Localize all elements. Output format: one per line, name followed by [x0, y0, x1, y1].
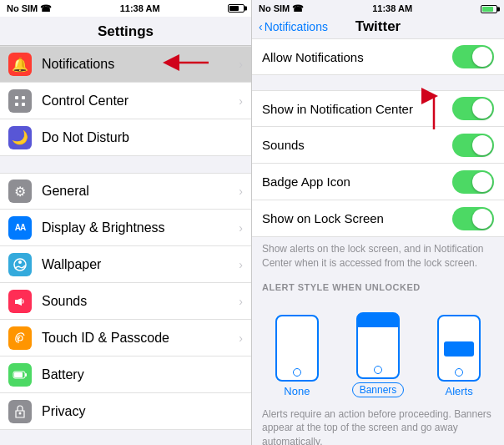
show-notification-center-row[interactable]: Show in Notification Center	[252, 90, 504, 127]
sounds-label: Sounds	[262, 138, 452, 152]
badge-app-icon-row[interactable]: Badge App Icon	[252, 164, 504, 200]
chevron-icon: ›	[239, 258, 243, 271]
banners-label: Banners	[352, 382, 405, 397]
settings-list: 🔔 Notifications › Control Center	[0, 46, 251, 445]
settings-title: Settings	[0, 17, 251, 46]
settings-item-privacy[interactable]: Privacy	[0, 393, 251, 430]
chevron-icon: ›	[239, 221, 243, 235]
back-chevron-icon: ‹	[259, 20, 263, 33]
settings-item-control-center[interactable]: Control Center ›	[0, 83, 251, 119]
touch-id-icon	[8, 326, 32, 350]
alert-style-banners[interactable]: Banners	[352, 312, 405, 397]
settings-item-sounds[interactable]: Sounds ›	[0, 283, 251, 320]
lock-screen-info: Show alerts on the lock screen, and in N…	[252, 237, 504, 276]
chevron-icon: ›	[239, 295, 243, 308]
chevron-icon: ›	[239, 94, 243, 108]
display-icon: AA	[8, 216, 32, 240]
svg-rect-6	[15, 300, 18, 304]
control-center-label: Control Center	[42, 94, 239, 109]
left-carrier: No SIM ☎	[7, 3, 52, 14]
chevron-icon: ›	[239, 331, 243, 345]
battery-label: Battery	[42, 367, 243, 382]
alerts-phone-mockup	[437, 315, 481, 382]
sounds-row[interactable]: Sounds	[252, 127, 504, 164]
sounds-icon	[8, 290, 32, 313]
right-carrier: No SIM ☎	[259, 3, 304, 14]
banners-phone-mockup	[356, 312, 400, 379]
svg-point-5	[18, 260, 22, 264]
wallpaper-label: Wallpaper	[42, 257, 239, 272]
battery-icon-settings	[8, 363, 32, 387]
badge-app-icon-label: Badge App Icon	[262, 174, 452, 189]
svg-point-12	[19, 412, 22, 414]
left-time: 11:38 AM	[120, 3, 160, 13]
none-label: None	[284, 385, 310, 397]
svg-rect-3	[22, 103, 25, 106]
settings-item-wallpaper[interactable]: Wallpaper ›	[0, 246, 251, 283]
svg-rect-0	[15, 96, 18, 99]
svg-rect-11	[25, 373, 27, 377]
show-lock-screen-label: Show on Lock Screen	[262, 211, 452, 225]
general-label: General	[42, 184, 239, 199]
alert-style-row: None Banners	[252, 304, 504, 402]
privacy-icon	[8, 400, 32, 423]
svg-rect-1	[22, 96, 25, 99]
settings-item-do-not-disturb[interactable]: 🌙 Do Not Disturb	[0, 119, 251, 156]
show-lock-screen-toggle[interactable]	[452, 207, 494, 230]
show-notification-center-label: Show in Notification Center	[262, 102, 452, 116]
svg-marker-7	[18, 298, 22, 306]
back-button[interactable]: ‹ Notifications	[259, 20, 328, 33]
svg-rect-10	[14, 372, 23, 377]
alert-style-header: ALERT STYLE WHEN UNLOCKED	[252, 276, 504, 296]
settings-group-2: ⚙ General › AA Display & Brightness ›	[0, 173, 251, 430]
alert-style-none[interactable]: None	[275, 315, 319, 397]
wallpaper-icon	[8, 253, 32, 276]
do-not-disturb-label: Do Not Disturb	[42, 130, 243, 145]
section-divider-1	[0, 156, 251, 173]
right-nav: ‹ Notifications Twitter	[252, 17, 504, 38]
twitter-notifications-panel: No SIM ☎ 11:38 AM ‹ Notifications Twitte…	[252, 0, 504, 445]
settings-item-notifications[interactable]: 🔔 Notifications ›	[0, 46, 251, 83]
notifications-icon: 🔔	[8, 53, 32, 76]
alerts-label: Alerts	[445, 385, 472, 397]
right-status-bar: No SIM ☎ 11:38 AM	[252, 0, 504, 17]
settings-item-display[interactable]: AA Display & Brightness ›	[0, 210, 251, 246]
badge-app-icon-toggle[interactable]	[452, 170, 494, 194]
show-notification-center-toggle[interactable]	[452, 97, 494, 120]
display-label: Display & Brightness	[42, 220, 239, 235]
allow-notifications-label: Allow Notifications	[262, 50, 452, 64]
notifications-label: Notifications	[42, 57, 239, 72]
alert-info-text: Alerts require an action before proceedi…	[252, 402, 504, 445]
none-phone-mockup	[275, 315, 319, 382]
privacy-label: Privacy	[42, 404, 243, 419]
left-battery-icon	[228, 4, 244, 13]
right-content: Allow Notifications Show in Notification…	[252, 38, 504, 445]
show-lock-screen-row[interactable]: Show on Lock Screen	[252, 200, 504, 237]
general-icon: ⚙	[8, 180, 32, 203]
alert-style-section: None Banners	[252, 296, 504, 402]
svg-rect-2	[15, 103, 18, 106]
sounds-toggle[interactable]	[452, 134, 494, 157]
chevron-icon: ›	[239, 58, 243, 71]
allow-notifications-toggle[interactable]	[452, 45, 494, 68]
control-center-icon	[8, 89, 32, 113]
left-status-bar: No SIM ☎ 11:38 AM	[0, 0, 251, 17]
back-label: Notifications	[265, 20, 328, 33]
section-gap-1	[252, 75, 504, 90]
settings-item-touch-id[interactable]: Touch ID & Passcode ›	[0, 320, 251, 357]
do-not-disturb-icon: 🌙	[8, 126, 32, 149]
touch-id-label: Touch ID & Passcode	[42, 331, 239, 346]
sounds-label: Sounds	[42, 294, 239, 309]
settings-item-general[interactable]: ⚙ General ›	[0, 173, 251, 210]
page-title: Twitter	[355, 18, 401, 35]
allow-notifications-row[interactable]: Allow Notifications	[252, 38, 504, 75]
settings-group-1: 🔔 Notifications › Control Center	[0, 46, 251, 156]
alert-style-alerts[interactable]: Alerts	[437, 315, 481, 397]
settings-panel: No SIM ☎ 11:38 AM Settings 🔔 Notificatio…	[0, 0, 252, 445]
section-divider-2	[0, 430, 251, 445]
settings-item-battery[interactable]: Battery	[0, 357, 251, 393]
right-time: 11:38 AM	[372, 3, 412, 13]
chevron-icon: ›	[239, 185, 243, 198]
right-battery-icon	[481, 3, 497, 13]
